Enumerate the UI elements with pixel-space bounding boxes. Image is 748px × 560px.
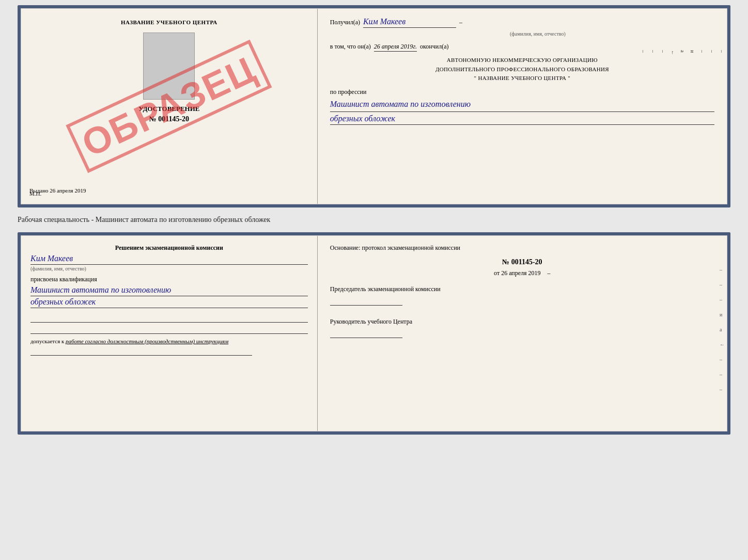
- protocol-date: от 26 апреля 2019 –: [330, 269, 714, 277]
- qualification-line2: обрезных обложек: [30, 297, 308, 308]
- profession-line1: Машинист автомата по изготовлению: [330, 98, 714, 112]
- issued-date: Выдано 26 апреля 2019: [29, 187, 309, 194]
- recipient-name: Ким Макеев: [363, 17, 456, 28]
- bottom-right: Основание: протокол экзаменационной коми…: [318, 236, 727, 431]
- person-name: Ким Макеев: [30, 254, 308, 265]
- mp-label: М.П.: [29, 190, 41, 197]
- certificate-photo: [143, 33, 195, 100]
- training-center-title: НАЗВАНИЕ УЧЕБНОГО ЦЕНТРА: [121, 19, 217, 25]
- speciality-label: Рабочая специальность - Машинист автомат…: [18, 214, 730, 226]
- director-title: Руководитель учебного Центра: [330, 318, 714, 326]
- qualification-line1: Машинист автомата по изготовлению: [30, 285, 308, 296]
- admission-italic: работе согласно должностным (производств…: [66, 338, 228, 344]
- org-line1: АВТОНОМНУЮ НЕКОММЕРЧЕСКУЮ ОРГАНИЗАЦИЮ: [330, 56, 714, 65]
- profession-label: по профессии: [330, 88, 714, 96]
- issued-date-value: 26 апреля 2019: [50, 187, 86, 194]
- certificate-right: Получил(а) Ким Макеев – (фамилия, имя, о…: [318, 9, 727, 204]
- admission-text: допускается к работе согласно должностны…: [30, 338, 308, 344]
- vtom-suffix: окончил(а): [420, 43, 448, 51]
- chairman-signature: [330, 295, 402, 306]
- blank-line-1: [30, 313, 308, 323]
- chairman-section: Председатель экзаменационной комиссии: [330, 285, 714, 308]
- org-info: АВТОНОМНУЮ НЕКОММЕРЧЕСКУЮ ОРГАНИЗАЦИЮ ДО…: [330, 56, 714, 83]
- recipient-line: Получил(а) Ким Макеев –: [330, 17, 714, 28]
- profession-line2: обрезных обложек: [330, 114, 714, 125]
- director-signature: [330, 328, 402, 338]
- blank-line-2: [30, 325, 308, 334]
- certificate-left: НАЗВАНИЕ УЧЕБНОГО ЦЕНТРА УДОСТОВЕРЕНИЕ №…: [21, 9, 318, 204]
- admission-prefix: допускается к: [30, 338, 64, 344]
- protocol-number: № 001145-20: [330, 258, 714, 266]
- qualification-prefix: присвоена квалификация: [30, 276, 308, 283]
- org-line3: " НАЗВАНИЕ УЧЕБНОГО ЦЕНТРА ": [330, 74, 714, 83]
- top-document: НАЗВАНИЕ УЧЕБНОГО ЦЕНТРА УДОСТОВЕРЕНИЕ №…: [18, 5, 730, 207]
- director-section: Руководитель учебного Центра: [330, 318, 714, 340]
- certificate-type: УДОСТОВЕРЕНИЕ: [138, 105, 199, 113]
- vtom-prefix: в том, что он(а): [330, 43, 371, 51]
- decision-title: Решением экзаменационной комиссии: [30, 244, 308, 252]
- blank-line-3: [30, 346, 252, 356]
- protocol-date-prefix: от: [494, 269, 500, 277]
- fio-subtitle-bottom: (фамилия, имя, отчество): [30, 266, 308, 271]
- right-margin-bottom: – – – и а ← – – –: [720, 267, 725, 392]
- recipient-prefix: Получил(а): [330, 19, 360, 26]
- protocol-date-value: 26 апреля 2019: [501, 269, 540, 277]
- chairman-title: Председатель экзаменационной комиссии: [330, 285, 714, 293]
- certificate-number: № 001145-20: [149, 115, 189, 123]
- basis-title: Основание: протокол экзаменационной коми…: [330, 244, 714, 252]
- bottom-document: Решением экзаменационной комиссии Ким Ма…: [18, 232, 730, 435]
- vtom-date: 26 апреля 2019г.: [374, 43, 417, 52]
- bottom-left: Решением экзаменационной комиссии Ким Ма…: [21, 236, 318, 431]
- org-line2: ДОПОЛНИТЕЛЬНОГО ПРОФЕССИОНАЛЬНОГО ОБРАЗО…: [330, 65, 714, 74]
- right-margin-top: – – – и а ← – – –: [641, 50, 725, 55]
- fio-subtitle: (фамилия, имя, отчество): [361, 31, 714, 37]
